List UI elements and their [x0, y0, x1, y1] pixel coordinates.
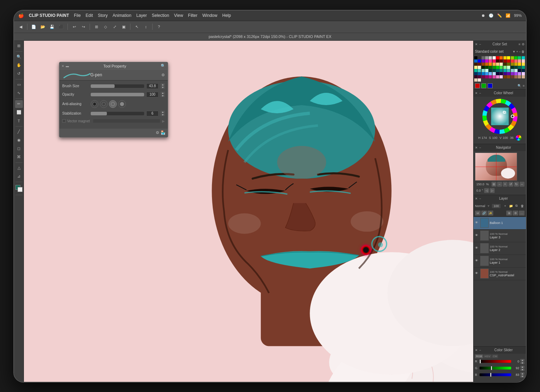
- stabilization-slider[interactable]: [91, 112, 144, 115]
- brush-size-slider[interactable]: [91, 84, 144, 88]
- color-cell[interactable]: [511, 56, 514, 59]
- color-cell[interactable]: [500, 75, 503, 78]
- r-up[interactable]: ▲: [520, 359, 525, 361]
- apple-menu[interactable]: 🍎: [18, 13, 24, 18]
- layer-item[interactable]: 👁 Balloon 1: [474, 217, 526, 230]
- zoom-tool[interactable]: ⊞: [15, 42, 23, 50]
- color-cell[interactable]: [522, 69, 525, 72]
- pan-tool[interactable]: ✋: [15, 62, 23, 69]
- color-cell[interactable]: [503, 56, 507, 59]
- layer-effect-btn[interactable]: ✨: [488, 211, 493, 216]
- layer-link-btn[interactable]: 🔗: [481, 211, 487, 216]
- layer-visibility-icon[interactable]: 👁: [475, 233, 479, 238]
- layer-visibility-icon[interactable]: 👁: [475, 221, 479, 225]
- color-cell[interactable]: [493, 66, 496, 69]
- color-search-icon[interactable]: 🔍: [518, 84, 521, 88]
- color-cell[interactable]: [485, 75, 488, 78]
- color-cell[interactable]: [474, 69, 477, 72]
- color-list-icon[interactable]: ≡: [523, 84, 525, 88]
- b-thumb[interactable]: [490, 373, 491, 377]
- color-cell[interactable]: [511, 59, 514, 63]
- color-cell[interactable]: [500, 69, 503, 72]
- export-btn[interactable]: ⬛: [57, 23, 65, 31]
- color-cell[interactable]: [478, 75, 481, 78]
- menu-filter[interactable]: Filter: [188, 13, 198, 18]
- anti-alias-strong[interactable]: [118, 100, 126, 108]
- fill-btn[interactable]: ▣: [120, 23, 128, 31]
- color-cell[interactable]: [511, 75, 514, 78]
- opacity-value[interactable]: 100: [146, 92, 159, 97]
- layer-new-btn[interactable]: +: [503, 204, 508, 208]
- color-cell[interactable]: [507, 63, 510, 66]
- shape-tool[interactable]: △: [15, 164, 23, 172]
- r-down[interactable]: ▼: [520, 362, 525, 364]
- color-cell[interactable]: [518, 69, 521, 72]
- brush-size-value[interactable]: 43.8: [146, 83, 159, 89]
- select-tool-btn[interactable]: ↖: [133, 23, 141, 31]
- color-set-dropdown[interactable]: ▼: [513, 50, 516, 53]
- vector-magnet-checkbox[interactable]: [62, 119, 66, 123]
- color-cell[interactable]: [500, 63, 503, 66]
- color-set-close[interactable]: ✕: [475, 43, 478, 46]
- primary-blue[interactable]: [488, 83, 493, 88]
- color-cell[interactable]: [500, 56, 503, 59]
- color-cell[interactable]: [478, 56, 481, 59]
- layer-item[interactable]: 👁 100 % Normal Layer 3: [474, 230, 526, 242]
- opacity-slider[interactable]: [91, 93, 144, 96]
- color-cell[interactable]: [482, 66, 485, 69]
- color-cell[interactable]: [518, 63, 521, 66]
- color-cell[interactable]: [489, 72, 492, 75]
- nav-zoom-in-btn[interactable]: +: [503, 182, 508, 187]
- color-cell[interactable]: [474, 72, 477, 75]
- color-cell[interactable]: [522, 72, 525, 75]
- color-cell[interactable]: [493, 75, 496, 78]
- color-cell[interactable]: [485, 63, 488, 66]
- lasso-tool[interactable]: ∿: [15, 89, 23, 97]
- color-cell[interactable]: [496, 63, 499, 66]
- g-up[interactable]: ▲: [520, 366, 525, 368]
- color-indicator[interactable]: [15, 185, 22, 192]
- primary-red[interactable]: [475, 83, 480, 88]
- color-cell[interactable]: [496, 56, 499, 59]
- anti-alias-weak[interactable]: [100, 100, 108, 108]
- blend-tool[interactable]: ⌘: [15, 153, 23, 161]
- background-color[interactable]: [18, 187, 22, 192]
- menu-view[interactable]: View: [174, 13, 183, 18]
- nav-fit-btn[interactable]: ⊞: [491, 182, 496, 187]
- color-cell[interactable]: [474, 56, 477, 59]
- color-cell[interactable]: [507, 66, 510, 69]
- selection-rect-tool[interactable]: ▭: [15, 81, 23, 89]
- color-cell[interactable]: [482, 63, 485, 66]
- color-slider-lock[interactable]: −: [479, 348, 481, 352]
- layer-visibility-icon[interactable]: 👁: [475, 259, 479, 263]
- primary-green[interactable]: [481, 83, 486, 88]
- color-cell[interactable]: [514, 59, 518, 63]
- layer-item[interactable]: 👁 100 % Normal Layer 2: [474, 242, 526, 255]
- layer-blend-mode[interactable]: Normal: [475, 204, 485, 208]
- tp-close[interactable]: ✕: [62, 64, 64, 68]
- color-wheel[interactable]: [482, 99, 518, 134]
- color-cell[interactable]: [503, 69, 507, 72]
- menu-selection[interactable]: Selection: [152, 13, 169, 18]
- open-btn[interactable]: 📂: [39, 23, 47, 31]
- b-up[interactable]: ▲: [520, 372, 525, 375]
- tp-settings-icon[interactable]: ⚙: [156, 130, 159, 135]
- color-cell[interactable]: [496, 59, 499, 63]
- opacity-up[interactable]: ▲: [161, 92, 165, 94]
- rgb-tab[interactable]: RGB: [475, 354, 483, 358]
- color-set-plus[interactable]: +: [516, 50, 518, 53]
- color-set-settings[interactable]: ⚙: [522, 43, 525, 46]
- color-cell[interactable]: [511, 72, 514, 75]
- tp-store-icon[interactable]: 🏪: [161, 130, 166, 135]
- color-cell[interactable]: [496, 72, 499, 75]
- color-cell[interactable]: [500, 66, 503, 69]
- color-cell[interactable]: [478, 78, 481, 82]
- undo-btn[interactable]: ↩: [70, 23, 78, 31]
- transform-btn[interactable]: ⤢: [111, 23, 118, 31]
- pen-tool[interactable]: ╱: [15, 128, 23, 136]
- color-cell[interactable]: [514, 56, 518, 59]
- new-btn[interactable]: 📄: [30, 23, 38, 31]
- color-cell[interactable]: [474, 66, 477, 69]
- cm-tab[interactable]: CM: [492, 354, 498, 358]
- hue-circle-icon[interactable]: [516, 135, 521, 141]
